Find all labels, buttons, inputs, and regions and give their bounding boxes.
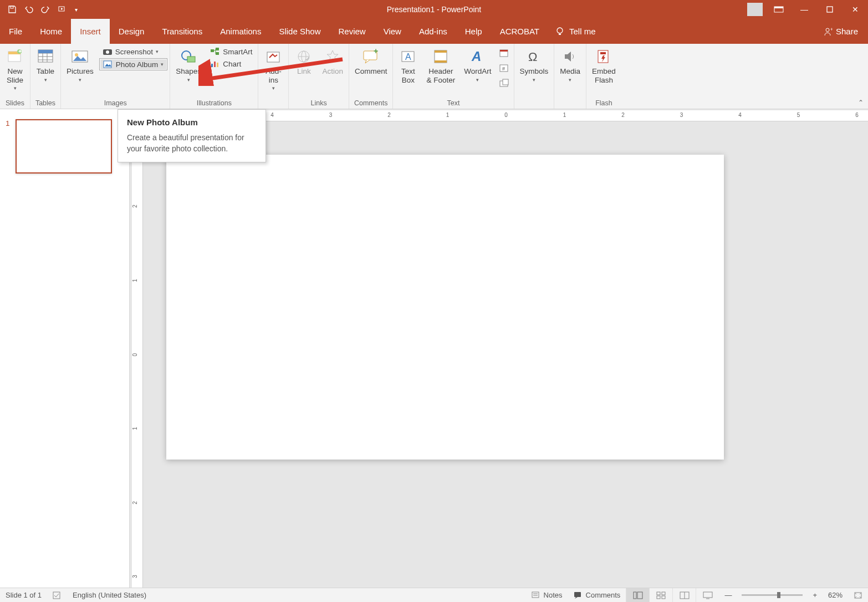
view-reading-button[interactable] [672, 588, 696, 603]
pictures-icon [70, 47, 89, 66]
tab-transitions[interactable]: Transitions [153, 19, 211, 44]
svg-rect-3 [774, 7, 783, 8]
view-normal-button[interactable] [626, 588, 649, 603]
tab-insert[interactable]: Insert [71, 19, 110, 44]
start-from-beginning-icon[interactable] [54, 2, 70, 17]
shapes-label: Shapes [176, 67, 201, 76]
share-button[interactable]: + Share [813, 19, 868, 44]
status-notes[interactable]: Notes [526, 591, 568, 599]
shapes-button[interactable]: Shapes ▾ [171, 46, 206, 84]
status-language[interactable]: English (United States) [67, 591, 152, 599]
view-slideshow-button[interactable] [696, 588, 719, 603]
comment-button[interactable]: + Comment [350, 46, 392, 77]
svg-rect-21 [211, 49, 214, 52]
tab-animations[interactable]: Animations [211, 19, 270, 44]
symbols-button[interactable]: Ω Symbols ▾ [515, 46, 553, 84]
qat-customize-icon[interactable]: ▾ [71, 2, 81, 17]
minimize-button[interactable]: ― [792, 0, 817, 19]
chevron-down-icon: ▾ [569, 77, 571, 83]
number-icon: # [499, 64, 509, 73]
slide-canvas[interactable] [166, 155, 724, 460]
ribbon-display-icon[interactable] [766, 0, 792, 19]
redo-icon[interactable] [38, 2, 53, 17]
media-button[interactable]: Media ▾ [555, 46, 585, 84]
chevron-down-icon: ▾ [187, 77, 190, 83]
tab-review[interactable]: Review [329, 19, 374, 44]
slide-thumbnail-panel[interactable]: 1 [0, 109, 130, 588]
window-title: Presentation1 - PowerPoint [0, 5, 868, 14]
tab-help[interactable]: Help [456, 19, 491, 44]
chevron-down-icon: ▾ [476, 77, 479, 83]
tab-addins[interactable]: Add-ins [410, 19, 456, 44]
chart-button[interactable]: Chart [207, 58, 256, 69]
textbox-label: Text Box [401, 67, 415, 84]
undo-icon[interactable] [21, 2, 37, 17]
view-sorter-button[interactable] [649, 588, 672, 603]
photo-album-button[interactable]: Photo Album ▾ [99, 58, 168, 70]
new-slide-button[interactable]: ✦ New Slide ▾ [1, 46, 29, 92]
pictures-button[interactable]: Pictures ▾ [62, 46, 98, 84]
screenshot-label: Screenshot [115, 48, 153, 56]
screenshot-button[interactable]: Screenshot ▾ [99, 46, 168, 57]
status-spellcheck[interactable] [47, 591, 67, 599]
chevron-down-icon: ▾ [161, 62, 164, 67]
embed-flash-button[interactable]: Embed Flash [588, 46, 620, 85]
svg-text:✦: ✦ [18, 48, 22, 54]
zoom-slider[interactable] [742, 594, 803, 596]
object-button[interactable] [497, 79, 512, 88]
tab-view[interactable]: View [375, 19, 410, 44]
group-addins-label [259, 99, 287, 109]
tab-home[interactable]: Home [31, 19, 71, 44]
date-time-button[interactable] [497, 49, 512, 58]
link-button[interactable]: Link [290, 46, 318, 77]
chevron-down-icon: ▾ [14, 85, 17, 91]
zoom-in-button[interactable]: + [807, 591, 823, 599]
user-avatar[interactable] [747, 3, 763, 16]
svg-rect-51 [637, 592, 642, 599]
svg-text:A: A [471, 49, 481, 64]
thumbnail-number: 1 [6, 119, 10, 127]
svg-rect-22 [216, 48, 219, 50]
fit-to-window-button[interactable] [848, 591, 868, 599]
addins-label: Add- ins [265, 67, 282, 84]
svg-rect-35 [435, 50, 447, 53]
slide-thumbnail[interactable] [16, 119, 112, 174]
group-links-label: Links [290, 99, 348, 109]
svg-rect-48 [532, 592, 539, 598]
collapse-ribbon-icon[interactable]: ⌃ [858, 99, 864, 106]
shapes-icon [179, 47, 198, 66]
tooltip-new-photo-album: New Photo Album Create a beautiful prese… [118, 109, 266, 162]
addins-button[interactable]: Add- ins ▾ [259, 46, 287, 92]
svg-rect-13 [38, 50, 53, 53]
chevron-down-icon: ▾ [44, 77, 47, 83]
maximize-button[interactable] [817, 0, 843, 19]
tell-me[interactable]: Tell me [555, 19, 596, 44]
zoom-out-button[interactable]: ― [719, 591, 737, 599]
status-comments[interactable]: Comments [568, 591, 626, 599]
zoom-level[interactable]: 62% [823, 591, 848, 599]
tab-file[interactable]: File [0, 19, 31, 44]
tab-slideshow[interactable]: Slide Show [270, 19, 329, 44]
header-footer-button[interactable]: Header & Footer [422, 46, 459, 85]
group-flash: Embed Flash Flash [586, 44, 621, 109]
slide-number-button[interactable]: # [497, 64, 512, 73]
action-button[interactable]: Action [318, 46, 348, 77]
textbox-button[interactable]: A Text Box [394, 46, 422, 85]
speaker-icon [561, 47, 580, 66]
save-icon[interactable] [4, 2, 20, 17]
new-slide-icon: ✦ [6, 47, 24, 66]
canvas-zone[interactable] [144, 121, 868, 588]
svg-text:A: A [405, 52, 411, 62]
tab-design[interactable]: Design [110, 19, 154, 44]
group-symbols: Ω Symbols ▾ [514, 44, 555, 109]
title-bar: ▾ Presentation1 - PowerPoint ― ✕ [0, 0, 868, 19]
wordart-button[interactable]: A WordArt ▾ [459, 46, 496, 84]
close-button[interactable]: ✕ [843, 0, 868, 19]
smartart-button[interactable]: SmartArt [207, 46, 256, 57]
table-button[interactable]: Table ▾ [32, 46, 59, 84]
group-slides-label: Slides [1, 99, 29, 109]
status-slide[interactable]: Slide 1 of 1 [0, 591, 47, 599]
tab-acrobat[interactable]: ACROBAT [491, 19, 548, 44]
group-comments: + Comment Comments [349, 44, 394, 109]
zoom-slider-thumb[interactable] [777, 592, 780, 598]
